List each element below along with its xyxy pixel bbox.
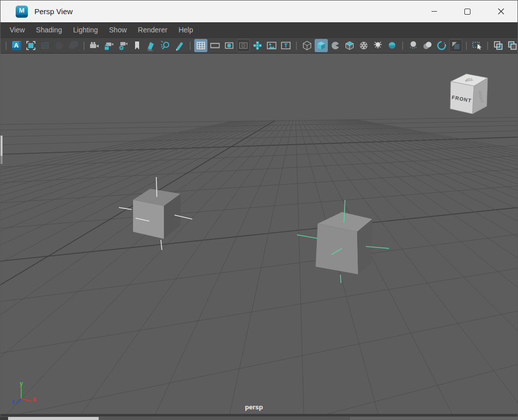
- toolbar-separator: [83, 41, 84, 50]
- svg-text:A: A: [14, 42, 19, 49]
- grease-pencil-icon[interactable]: [173, 39, 186, 52]
- select-camera-icon[interactable]: [88, 39, 101, 52]
- toolbar-separator: [6, 41, 7, 50]
- toolbar: AT: [1, 37, 517, 53]
- menu-show[interactable]: Show: [104, 26, 133, 34]
- viewport[interactable]: FRONT TOP RIGHT y x z persp: [1, 53, 517, 414]
- maximize-button[interactable]: [451, 1, 484, 22]
- zoom-region-icon[interactable]: [159, 39, 172, 52]
- duplicate-panel-icon[interactable]: [506, 39, 518, 52]
- scene: FRONT TOP RIGHT y x z persp: [1, 54, 517, 414]
- ssao-icon[interactable]: [407, 39, 420, 52]
- textured-icon[interactable]: [357, 39, 370, 52]
- menu-renderer[interactable]: Renderer: [133, 26, 173, 34]
- window-bottom-border: [1, 414, 517, 416]
- shaded-icon[interactable]: [315, 39, 328, 52]
- svg-text:T: T: [284, 43, 288, 49]
- pop-out-panel-icon[interactable]: [492, 39, 505, 52]
- menu-shading[interactable]: Shading: [30, 26, 67, 34]
- menubar: View Shading Lighting Show Renderer Help: [1, 22, 517, 37]
- isolate-select-icon[interactable]: [470, 39, 484, 52]
- desktop-strip: [0, 417, 518, 420]
- resolution-gate-icon[interactable]: [223, 39, 236, 52]
- depth-of-field-icon[interactable]: [421, 39, 434, 52]
- maya-icon-band: [16, 15, 28, 18]
- left-edge-handle[interactable]: [1, 136, 3, 164]
- toolbar-separator: [190, 41, 191, 50]
- wireframe-on-shaded-icon[interactable]: [343, 39, 356, 52]
- film-gate-icon[interactable]: [208, 39, 222, 52]
- multisample-icon[interactable]: [449, 39, 462, 52]
- minimize-button[interactable]: [417, 1, 451, 22]
- motion-blur-icon[interactable]: [435, 39, 448, 52]
- origin-axis-gizmo: y x z: [12, 380, 36, 405]
- axis-y-label: y: [20, 380, 23, 387]
- toolbar-separator: [402, 41, 403, 50]
- toolbar-separator: [487, 41, 488, 50]
- window-title: Persp View: [34, 7, 73, 16]
- use-all-lights-icon[interactable]: [371, 39, 384, 52]
- menu-lighting[interactable]: Lighting: [67, 26, 103, 34]
- axis-z-label: z: [12, 398, 15, 405]
- image-stack-icon[interactable]: [67, 39, 80, 52]
- color-sphere-icon[interactable]: [53, 39, 66, 52]
- field-chart-icon[interactable]: [251, 39, 264, 52]
- bookmark-icon[interactable]: [131, 39, 144, 52]
- menu-view[interactable]: View: [4, 26, 30, 34]
- axis-x-label: x: [33, 396, 36, 403]
- shadows-icon[interactable]: [385, 39, 399, 52]
- screen: { "window": { "app_icon_letter": "M", "t…: [0, 0, 518, 420]
- maximize-icon: [464, 9, 470, 15]
- wireframe-icon[interactable]: [300, 39, 314, 52]
- pan-zoom-2d-icon[interactable]: [145, 39, 158, 52]
- toolbar-separator: [296, 41, 297, 50]
- flat-shade-icon[interactable]: [329, 39, 342, 52]
- menu-help[interactable]: Help: [173, 26, 199, 34]
- maya-app-icon: M: [16, 6, 28, 18]
- marquee-icon[interactable]: [38, 39, 52, 52]
- persp-view-window: M Persp View View Shading Lighting Show …: [0, 0, 518, 417]
- arnold-a-icon[interactable]: A: [10, 39, 23, 52]
- close-icon: [498, 8, 504, 15]
- camera-attributes-icon[interactable]: [116, 39, 130, 52]
- window-controls: [417, 1, 517, 22]
- cube-right[interactable]: [297, 200, 389, 283]
- frame-corners-icon[interactable]: [24, 39, 37, 52]
- toolbar-separator: [466, 41, 467, 50]
- camera-label: persp: [245, 403, 263, 411]
- titlebar: M Persp View: [1, 1, 517, 22]
- minimize-icon: [431, 11, 437, 12]
- view-cube[interactable]: FRONT TOP RIGHT: [450, 74, 488, 114]
- image-plane-icon[interactable]: [265, 39, 278, 52]
- maya-logo-letter: M: [19, 7, 25, 14]
- gate-mask-icon[interactable]: [237, 39, 250, 52]
- grid-lines: [1, 117, 517, 414]
- close-button[interactable]: [484, 1, 517, 22]
- lock-camera-icon[interactable]: [102, 39, 115, 52]
- grid-toggle-icon[interactable]: [194, 39, 207, 52]
- hud-toggle-icon[interactable]: T: [279, 39, 292, 52]
